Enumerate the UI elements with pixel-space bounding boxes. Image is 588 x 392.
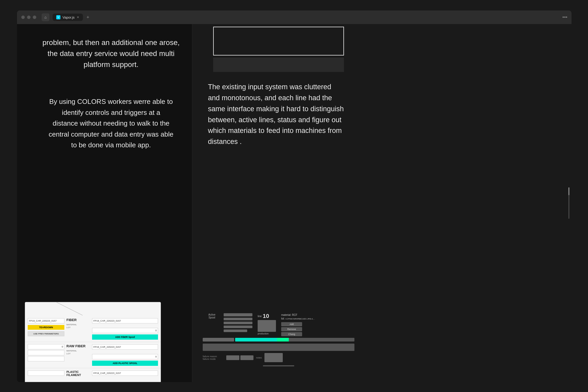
remove-btn-preview[interactable]: Remove — [281, 327, 302, 331]
raw-num-2[interactable] — [28, 350, 64, 355]
browser-titlebar: ⌂ V Vapor.js ✕ + ••• — [17, 10, 572, 24]
plastic-id-input[interactable] — [92, 371, 158, 376]
right-panel: The existing input system was cluttered … — [192, 24, 572, 382]
new-tab-button[interactable]: + — [84, 13, 92, 21]
raw-num-1[interactable] — [28, 344, 64, 349]
production-box — [258, 320, 276, 332]
traffic-light-minimize[interactable] — [27, 15, 31, 19]
gray-bar-3 — [224, 322, 252, 324]
progress-bar-fill-cyan — [235, 338, 277, 341]
tab-label: Vapor.js — [63, 15, 75, 19]
fiber-lot-input[interactable] — [92, 328, 158, 333]
failure-mode-label: failure mode — [203, 358, 224, 360]
failure-reason-label: failure reason — [203, 355, 224, 358]
gray-bar-4 — [224, 326, 252, 328]
bottom-gray-bar — [203, 344, 354, 351]
gray-bar-1 — [224, 313, 252, 316]
traffic-lights — [21, 15, 36, 19]
active-label: Active — [203, 313, 221, 316]
failure-input-1[interactable] — [226, 355, 239, 360]
status-bar-1 — [203, 338, 234, 341]
top-mockup-area — [213, 27, 344, 72]
fiber-material-label: MATERIAL — [66, 323, 90, 326]
plastic-num[interactable] — [28, 371, 64, 376]
fiber-lot-label: LOT — [66, 326, 90, 329]
raw-lot-label: LOT — [66, 352, 90, 355]
notes-label: notes — [256, 356, 262, 359]
traffic-light-maximize[interactable] — [33, 15, 36, 19]
ui-mockup-left: TEARDOWN USE PREV PARAMETERS FIBER MATER… — [25, 302, 161, 382]
left-text-block-1: problem, but then an additional one aros… — [17, 24, 192, 81]
add-btn-preview[interactable]: Add — [281, 322, 302, 326]
production-label: production — [258, 332, 279, 335]
failure-input-2[interactable] — [240, 355, 253, 360]
browser-window: ⌂ V Vapor.js ✕ + ••• problem, but then a… — [17, 10, 572, 382]
material-info: material: RCF lot: l-CFRA7ARHRBCUES JFB … — [281, 313, 354, 321]
spool-label: Spool — [203, 316, 221, 319]
line-label: line — [258, 315, 262, 318]
white-border-box — [213, 27, 344, 55]
fiber-section-title: FIBER — [66, 318, 90, 322]
ui-preview-right: Active Spool line — [203, 313, 354, 366]
browser-content: problem, but then an additional one aros… — [17, 24, 572, 382]
tab-close-icon[interactable]: ✕ — [77, 15, 79, 19]
change-btn-preview[interactable]: Chang — [281, 332, 302, 336]
raw-fiber-section-title: RAW FIBER — [66, 344, 90, 348]
browser-more-icon[interactable]: ••• — [562, 15, 567, 20]
teardown-button[interactable]: TEARDOWN — [28, 325, 64, 330]
tab-bar: V Vapor.js ✕ + — [53, 13, 92, 21]
notes-input[interactable] — [264, 353, 283, 362]
line-number: 10 — [263, 313, 269, 319]
raw-id-input[interactable] — [92, 344, 158, 350]
active-tab[interactable]: V Vapor.js ✕ — [53, 14, 83, 21]
plastic-section-title: PLASTIC FILAMENT — [66, 370, 90, 377]
scrollbar[interactable] — [568, 187, 569, 219]
add-fiber-spool-button[interactable]: ADD FIbER Spool — [92, 334, 158, 340]
raw-lot-input[interactable] — [92, 354, 158, 359]
traffic-light-close[interactable] — [21, 15, 25, 19]
use-prev-params-button[interactable]: USE PREV PARAMETERS — [28, 331, 64, 336]
left-panel: problem, but then an additional one aros… — [17, 24, 192, 382]
scroll-indicator-bottom — [263, 365, 294, 366]
gray-bar-5 — [224, 329, 247, 332]
home-icon: ⌂ — [44, 15, 47, 19]
dark-bar — [213, 58, 344, 72]
progress-bar-fill-green — [277, 338, 289, 341]
right-description: The existing input system was cluttered … — [208, 82, 344, 147]
left-text-block-2: By using COLORS workers werre able to id… — [17, 81, 192, 161]
mockup-id-input[interactable] — [28, 318, 64, 323]
progress-bar-bg — [235, 338, 354, 341]
add-plastic-spool-button[interactable]: ADD PLASTIC SPOOL — [92, 361, 158, 366]
gray-bar-2 — [224, 318, 252, 320]
raw-material-label: MATERIAL — [66, 350, 90, 352]
fiber-id-input[interactable] — [92, 318, 158, 323]
tab-favicon: V — [56, 15, 60, 19]
home-button[interactable]: ⌂ — [42, 13, 49, 21]
raw-num-3[interactable] — [28, 356, 64, 361]
